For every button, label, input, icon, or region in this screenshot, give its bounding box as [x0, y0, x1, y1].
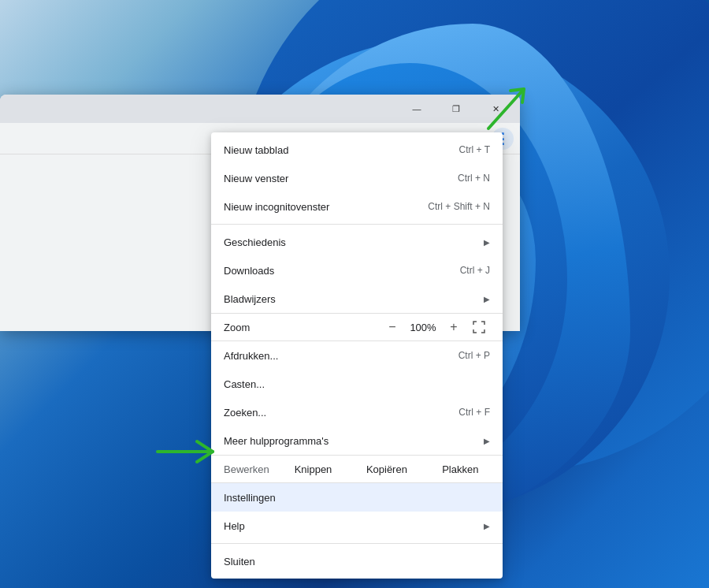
zoom-value-display: 100% — [403, 322, 443, 333]
menu-item-print[interactable]: Afdrukken... Ctrl + P — [211, 341, 503, 370]
help-arrow-icon: ▶ — [484, 522, 490, 530]
menu-item-downloads[interactable]: Downloads Ctrl + J — [211, 256, 503, 285]
menu-item-new-tab-shortcut: Ctrl + T — [459, 144, 490, 155]
menu-item-incognito-shortcut: Ctrl + Shift + N — [428, 201, 490, 212]
menu-item-downloads-label: Downloads — [224, 265, 460, 277]
menu-item-settings-label: Instellingen — [224, 492, 490, 504]
zoom-decrease-button[interactable]: − — [381, 316, 403, 338]
paste-button[interactable]: Plakken — [425, 458, 496, 480]
arrow-left — [154, 437, 225, 469]
separator-2 — [211, 543, 503, 544]
separator-1 — [211, 224, 503, 225]
menu-item-new-tab-label: Nieuw tabblad — [224, 144, 459, 156]
menu-item-incognito[interactable]: Nieuw incognitovenster Ctrl + Shift + N — [211, 192, 503, 221]
menu-item-cast-label: Casten... — [224, 378, 490, 390]
menu-item-new-window-shortcut: Ctrl + N — [458, 173, 490, 184]
menu-item-bookmarks[interactable]: Bladwijzers ▶ — [211, 285, 503, 313]
menu-item-incognito-label: Nieuw incognitovenster — [224, 201, 428, 213]
zoom-fullscreen-button[interactable] — [468, 316, 490, 338]
history-arrow-icon: ▶ — [484, 238, 490, 247]
menu-item-history-label: Geschiedenis — [224, 236, 477, 248]
bookmarks-arrow-icon: ▶ — [484, 295, 490, 303]
edit-row: Bewerken Knippen Kopiëren Plakken — [211, 455, 503, 483]
menu-item-close-label: Sluiten — [224, 556, 490, 568]
menu-item-new-tab[interactable]: Nieuw tabblad Ctrl + T — [211, 136, 503, 164]
menu-item-downloads-shortcut: Ctrl + J — [460, 265, 490, 276]
menu-item-bookmarks-label: Bladwijzers — [224, 293, 477, 305]
menu-item-new-window-label: Nieuw venster — [224, 173, 458, 184]
menu-item-cast[interactable]: Casten... — [211, 370, 503, 398]
menu-item-more-tools-label: Meer hulpprogramma's — [224, 435, 477, 447]
arrow-top — [481, 73, 544, 140]
more-tools-arrow-icon: ▶ — [484, 437, 490, 445]
copy-button[interactable]: Kopiëren — [351, 458, 422, 480]
minimize-button[interactable]: — — [399, 96, 435, 121]
menu-item-help[interactable]: Help ▶ — [211, 512, 503, 540]
menu-item-history[interactable]: Geschiedenis ▶ — [211, 228, 503, 256]
menu-item-new-window[interactable]: Nieuw venster Ctrl + N — [211, 164, 503, 192]
restore-button[interactable]: ❐ — [438, 96, 474, 121]
browser-titlebar: — ❐ ✕ — [0, 95, 520, 123]
zoom-row: Zoom − 100% + — [211, 313, 503, 341]
zoom-label: Zoom — [224, 322, 381, 333]
menu-item-help-label: Help — [224, 520, 477, 532]
menu-item-print-shortcut: Ctrl + P — [458, 350, 490, 361]
chrome-menu: Nieuw tabblad Ctrl + T Nieuw venster Ctr… — [211, 132, 503, 579]
menu-item-more-tools[interactable]: Meer hulpprogramma's ▶ — [211, 426, 503, 455]
menu-item-find-label: Zoeken... — [224, 407, 458, 419]
cut-button[interactable]: Knippen — [277, 458, 349, 480]
menu-item-settings[interactable]: Instellingen — [211, 483, 503, 512]
menu-item-find[interactable]: Zoeken... Ctrl + F — [211, 398, 503, 426]
zoom-increase-button[interactable]: + — [443, 316, 465, 338]
menu-item-print-label: Afdrukken... — [224, 350, 458, 362]
menu-item-find-shortcut: Ctrl + F — [458, 407, 490, 418]
edit-section-label: Bewerken — [217, 463, 276, 475]
menu-item-close[interactable]: Sluiten — [211, 547, 503, 575]
